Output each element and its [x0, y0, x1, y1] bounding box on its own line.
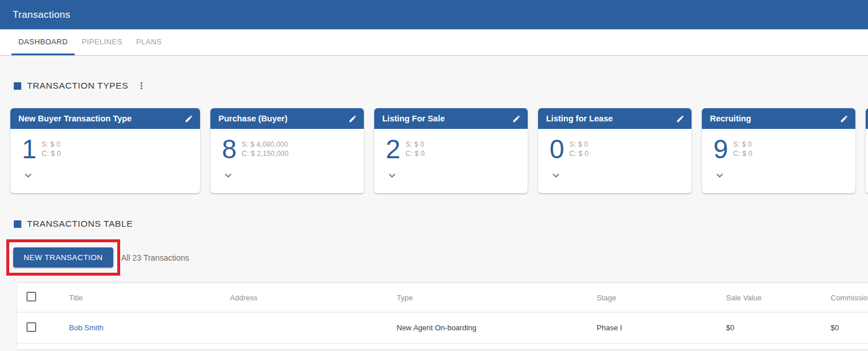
card-sales-value: S: $ 4,080,000 [242, 140, 289, 148]
section-square-icon [14, 220, 21, 228]
edit-pencil-icon[interactable] [676, 115, 685, 123]
transaction-type-card: Purchase (Buyer) 8 S: $ 4,080,000 C: $ 2… [210, 108, 364, 193]
card-commission-value: C: $ 0 [733, 150, 752, 158]
header-checkbox-cell [17, 292, 69, 303]
transaction-type-card-header: Listing For Sale [374, 108, 528, 129]
card-count: 1 [22, 137, 37, 162]
card-sales-value: S: $ 0 [733, 140, 752, 148]
tab-pipelines[interactable]: PIPELINES [75, 29, 129, 55]
card-sales-value: S: $ 0 [42, 140, 61, 148]
card-body: 8 S: $ 4,080,000 C: $ 2,150,000 [210, 129, 364, 184]
transaction-type-card: Recruiting 9 S: $ 0 C: $ 0 [702, 108, 855, 193]
tab-pipelines-label: PIPELINES [82, 37, 122, 46]
card-title: New Buyer Transaction Type [18, 114, 185, 123]
transactions-table-section-header: TRANSACTIONS TABLE [14, 219, 868, 229]
row-type: New Agent On-boarding [397, 323, 597, 332]
column-header-commission[interactable]: Commission [831, 293, 868, 302]
table-row: Bob Smith New Agent On-boarding Phase I … [17, 312, 868, 344]
card-commission-value: C: $ 0 [406, 150, 425, 158]
card-sales-commission: S: $ 0 C: $ 0 [733, 140, 752, 158]
transaction-type-card-header: New Buyer Transaction Type [10, 108, 200, 129]
column-header-address[interactable]: Address [230, 293, 397, 302]
edit-pencil-icon[interactable] [840, 115, 848, 123]
transaction-type-card-header: Listing for Lease [538, 108, 692, 129]
select-all-checkbox[interactable] [26, 292, 36, 302]
transaction-type-card-header: Recruiting [702, 108, 855, 129]
edit-pencil-icon[interactable] [348, 115, 357, 123]
card-title: Recruiting [710, 114, 840, 123]
column-header-type[interactable]: Type [397, 293, 597, 302]
chevron-down-icon[interactable] [222, 169, 235, 182]
card-sales-value: S: $ 0 [570, 140, 589, 148]
row-stage: Phase I [597, 323, 726, 332]
next-row-partial [17, 344, 868, 349]
transactions-table: Title Address Type Stage Sale Value Comm… [17, 283, 868, 349]
column-header-sale-value[interactable]: Sale Value [726, 293, 831, 302]
transaction-type-cards-row: New Buyer Transaction Type 1 S: $ 0 C: $… [0, 108, 868, 193]
card-sales-commission: S: $ 0 C: $ 0 [406, 140, 425, 158]
tab-plans-label: PLANS [136, 37, 162, 46]
tab-dashboard[interactable]: DASHBOARD [11, 29, 75, 55]
chevron-down-icon[interactable] [713, 169, 726, 182]
card-count: 2 [386, 137, 401, 162]
transaction-types-section-header: TRANSACTION TYPES [14, 81, 868, 91]
card-sales-commission: S: $ 0 C: $ 0 [570, 140, 589, 158]
card-title: Purchase (Buyer) [218, 114, 348, 123]
card-sales-commission: S: $ 0 C: $ 0 [42, 140, 61, 158]
tab-plans[interactable]: PLANS [129, 29, 169, 55]
card-sales-value: S: $ 0 [406, 140, 425, 148]
transactions-count-text: All 23 Transactions [121, 253, 189, 262]
row-checkbox[interactable] [26, 322, 36, 332]
card-commission-value: C: $ 2,150,000 [242, 150, 289, 158]
row-commission: $0 [831, 323, 868, 332]
transactions-table-title: TRANSACTIONS TABLE [27, 219, 133, 229]
transaction-type-card: Listing For Sale 2 S: $ 0 C: $ 0 [374, 108, 528, 193]
card-commission-value: C: $ 0 [42, 150, 61, 158]
tabs-bar: DASHBOARD PIPELINES PLANS [0, 29, 868, 56]
red-annotation-box: NEW TRANSACTION [6, 239, 120, 276]
card-title: Listing for Lease [546, 114, 676, 123]
card-commission-value: C: $ 0 [570, 150, 589, 158]
card-body: 1 S: $ 0 C: $ 0 [10, 129, 200, 184]
card-count: 8 [222, 137, 237, 162]
section-square-icon [14, 82, 21, 90]
transaction-type-card: Listing for Lease 0 S: $ 0 C: $ 0 [538, 108, 692, 193]
row-sale-value: $0 [726, 323, 831, 332]
card-body: 0 S: $ 0 C: $ 0 [538, 129, 692, 184]
page-title: Transactions [13, 9, 70, 21]
transaction-type-card: New Buyer Transaction Type 1 S: $ 0 C: $… [10, 108, 200, 193]
chevron-down-icon[interactable] [22, 169, 34, 182]
edit-pencil-icon[interactable] [512, 115, 521, 123]
chevron-down-icon[interactable] [550, 169, 562, 182]
column-header-stage[interactable]: Stage [597, 293, 726, 302]
table-toolbar: NEW TRANSACTION All 23 Transactions [6, 239, 868, 276]
card-partial [866, 108, 868, 193]
app-bar: Transactions [0, 0, 868, 29]
transaction-types-title: TRANSACTION TYPES [27, 81, 128, 91]
card-partial-header [866, 108, 868, 129]
kebab-menu-icon[interactable] [136, 81, 147, 91]
row-checkbox-cell [17, 322, 69, 334]
card-title: Listing For Sale [382, 114, 512, 123]
chevron-down-icon[interactable] [386, 169, 398, 182]
card-body: 2 S: $ 0 C: $ 0 [374, 129, 528, 184]
column-header-title[interactable]: Title [69, 293, 230, 302]
card-count: 9 [713, 137, 728, 162]
new-transaction-button[interactable]: NEW TRANSACTION [13, 247, 113, 268]
row-title-link[interactable]: Bob Smith [69, 323, 103, 332]
table-header-row: Title Address Type Stage Sale Value Comm… [17, 283, 868, 312]
edit-pencil-icon[interactable] [185, 115, 193, 123]
transaction-type-card-header: Purchase (Buyer) [210, 108, 364, 129]
card-count: 0 [550, 137, 564, 162]
card-sales-commission: S: $ 4,080,000 C: $ 2,150,000 [242, 140, 289, 158]
card-body: 9 S: $ 0 C: $ 0 [702, 129, 855, 184]
tab-dashboard-label: DASHBOARD [18, 37, 68, 46]
